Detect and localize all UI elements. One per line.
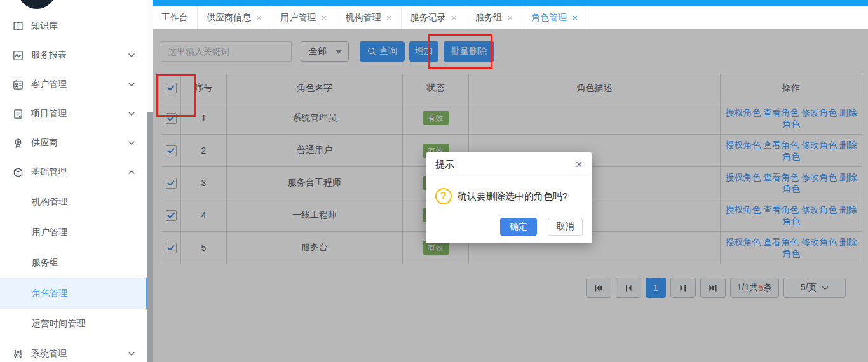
tab-workbench[interactable]: 工作台 [153, 6, 198, 29]
tab-close-icon[interactable]: ✕ [507, 14, 513, 22]
sidebar-subitem-label: 服务组 [32, 257, 58, 269]
customer-icon [11, 78, 24, 91]
tab-label: 用户管理 [280, 12, 316, 23]
sidebar-item-label: 供应商 [31, 137, 58, 149]
chevron-down-icon [128, 112, 135, 116]
tab-close-icon[interactable]: ✕ [256, 14, 262, 22]
tab-close-icon[interactable]: ✕ [572, 14, 578, 22]
tab-label: 角色管理 [531, 12, 567, 23]
sidebar-nav: 知识库服务报表客户管理项目管理供应商基础管理 机构管理用户管理服务组角色管理运营… [0, 11, 147, 362]
chevron-down-icon [128, 352, 135, 356]
report-icon [11, 49, 24, 62]
tab-role-mgmt[interactable]: 角色管理✕ [522, 6, 587, 29]
confirm-dialog: 提示 ✕ ? 确认要删除选中的角色吗? 确定 取消 [426, 152, 592, 243]
sidebar-item-label: 基础管理 [31, 166, 67, 178]
sidebar-subitem-org-mgmt[interactable]: 机构管理 [0, 187, 147, 217]
tab-label: 服务记录 [410, 12, 446, 23]
sidebar-item-base-mgmt[interactable]: 基础管理 [0, 158, 147, 187]
chevron-down-icon [128, 53, 135, 57]
tab-supplier-info[interactable]: 供应商信息✕ [198, 6, 271, 29]
sidebar-subitem-label: 机构管理 [32, 196, 67, 208]
tab-close-icon[interactable]: ✕ [321, 14, 327, 22]
sidebar-subitem-user-mgmt[interactable]: 用户管理 [0, 217, 147, 248]
cancel-button[interactable]: 取消 [548, 218, 583, 236]
sidebar-item-project-mgmt[interactable]: 项目管理 [0, 99, 147, 128]
tab-service-record[interactable]: 服务记录✕ [402, 6, 466, 29]
supplier-icon [11, 137, 24, 149]
question-icon: ? [435, 188, 452, 204]
tab-bar: 工作台供应商信息✕用户管理✕机构管理✕服务记录✕服务组✕角色管理✕ [153, 6, 868, 29]
sidebar-item-label: 服务报表 [31, 50, 67, 61]
avatar[interactable] [18, 0, 56, 9]
sidebar-item-system-mgmt[interactable]: 系统管理 [0, 339, 147, 362]
sidebar-item-service-report[interactable]: 服务报表 [0, 41, 147, 70]
sidebar-subitem-label: 角色管理 [32, 288, 67, 299]
tab-close-icon[interactable]: ✕ [386, 14, 391, 22]
dialog-message: 确认要删除选中的角色吗? [458, 191, 567, 203]
main-area: 工作台供应商信息✕用户管理✕机构管理✕服务记录✕服务组✕角色管理✕ 全部 查询 … [153, 0, 868, 362]
sidebar-subitem-label: 用户管理 [32, 227, 67, 238]
sidebar-item-customer-mgmt[interactable]: 客户管理 [0, 70, 147, 99]
sidebar-item-label: 系统管理 [31, 348, 67, 359]
sidebar-item-knowledge-base[interactable]: 知识库 [0, 11, 147, 41]
tab-org-mgmt[interactable]: 机构管理✕ [336, 6, 401, 29]
confirm-button[interactable]: 确定 [500, 218, 537, 236]
tab-label: 机构管理 [345, 12, 381, 23]
chevron-down-icon [128, 141, 135, 145]
cube-icon [11, 166, 24, 178]
sidebar-item-label: 客户管理 [31, 79, 67, 90]
tab-label: 服务组 [475, 12, 502, 23]
dialog-footer: 确定 取消 [500, 218, 583, 236]
top-accent-strip [153, 0, 868, 6]
sidebar-scrollbar-thumb[interactable] [147, 112, 153, 362]
dialog-header: 提示 ✕ [426, 152, 592, 177]
sidebar-subitem-label: 运营时间管理 [32, 318, 85, 330]
sidebar-subitem-operation-time-mgmt[interactable]: 运营时间管理 [0, 309, 147, 339]
close-icon[interactable]: ✕ [575, 160, 583, 169]
tab-label: 工作台 [161, 12, 188, 23]
dialog-body: ? 确认要删除选中的角色吗? [426, 177, 592, 204]
chevron-up-icon [128, 170, 135, 174]
sidebar-item-supplier[interactable]: 供应商 [0, 128, 147, 158]
tab-service-group[interactable]: 服务组✕ [466, 6, 522, 29]
tab-close-icon[interactable]: ✕ [451, 14, 457, 22]
book-icon [11, 20, 24, 32]
content-panel: 全部 查询 增加 批量删除 序号角色名字状态 [153, 29, 868, 362]
chevron-down-icon [128, 83, 135, 86]
tab-user-mgmt[interactable]: 用户管理✕ [271, 6, 336, 29]
sidebar: 知识库服务报表客户管理项目管理供应商基础管理 机构管理用户管理服务组角色管理运营… [0, 0, 153, 362]
sidebar-subitem-role-mgmt[interactable]: 角色管理 [0, 278, 147, 309]
sidebar-item-label: 项目管理 [31, 108, 67, 119]
sidebar-subitem-service-group[interactable]: 服务组 [0, 248, 147, 278]
tab-label: 供应商信息 [207, 12, 251, 23]
sidebar-scrollbar[interactable] [147, 0, 153, 362]
project-icon [11, 107, 24, 120]
dialog-title: 提示 [435, 159, 454, 171]
sliders-icon [11, 347, 24, 360]
app-root: 知识库服务报表客户管理项目管理供应商基础管理 机构管理用户管理服务组角色管理运营… [0, 0, 868, 362]
sidebar-item-label: 知识库 [31, 20, 58, 32]
